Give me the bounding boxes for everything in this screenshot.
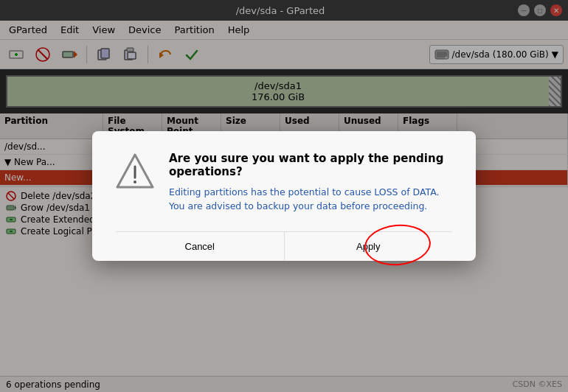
modal-header: Are you sure you want to apply the pendi… bbox=[116, 152, 452, 214]
modal-body-line2: You are advised to backup your data befo… bbox=[169, 200, 427, 211]
modal-overlay: Are you sure you want to apply the pendi… bbox=[0, 0, 568, 392]
confirm-dialog: Are you sure you want to apply the pendi… bbox=[92, 131, 476, 261]
modal-title: Are you sure you want to apply the pendi… bbox=[169, 152, 452, 178]
warning-icon bbox=[116, 152, 154, 190]
cancel-button[interactable]: Cancel bbox=[116, 232, 285, 261]
modal-footer: Cancel Apply bbox=[116, 231, 452, 261]
apply-button[interactable]: Apply bbox=[285, 232, 453, 261]
modal-body-line1: Editing partitions has the potential to … bbox=[169, 186, 440, 197]
svg-point-28 bbox=[134, 181, 136, 183]
modal-body: Editing partitions has the potential to … bbox=[169, 186, 452, 214]
modal-text-area: Are you sure you want to apply the pendi… bbox=[169, 152, 452, 214]
